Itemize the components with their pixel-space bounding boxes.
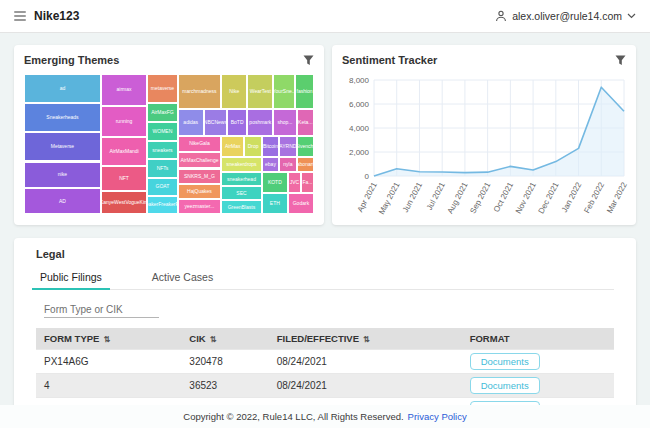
- column-header: FORM TYPE⇅: [36, 328, 181, 350]
- column-header: CIK⇅: [181, 328, 268, 350]
- svg-text:2,000: 2,000: [349, 148, 370, 157]
- sort-icon[interactable]: ⇅: [363, 335, 370, 344]
- dashboard-cards-row: Emerging Themes adSneakerheadsMetaversen…: [14, 45, 636, 225]
- tab-public-filings[interactable]: Public Filings: [36, 267, 106, 289]
- brand-title: Nike123: [34, 9, 79, 23]
- theme-tile[interactable]: AirMax: [221, 136, 244, 157]
- theme-tile[interactable]: AYRND: [279, 136, 296, 157]
- table-cell: 4: [36, 374, 181, 398]
- theme-tile[interactable]: BoTD: [227, 109, 247, 136]
- theme-tile[interactable]: sneakerhead: [221, 172, 262, 186]
- sentiment-line-chart: 02,0004,0006,0008,000Apr 2021May 2021Jun…: [338, 70, 630, 222]
- theme-tile[interactable]: YourSne...: [273, 74, 295, 109]
- table-cell: 320478: [181, 350, 268, 374]
- table-cell-format: Documents: [462, 374, 614, 398]
- svg-text:0: 0: [365, 172, 370, 181]
- svg-text:Apr 2021: Apr 2021: [356, 180, 379, 213]
- theme-tile[interactable]: NFTs: [147, 159, 177, 177]
- filter-icon[interactable]: [303, 55, 314, 66]
- theme-tile[interactable]: marchmadness: [178, 74, 222, 109]
- sort-icon[interactable]: ⇅: [103, 335, 110, 344]
- documents-button[interactable]: Documents: [470, 353, 540, 370]
- svg-text:6,000: 6,000: [349, 100, 370, 109]
- theme-tile[interactable]: Givenchy: [297, 136, 314, 157]
- theme-tile[interactable]: GreenBlasts: [221, 200, 262, 214]
- sentiment-tracker-title: Sentiment Tracker: [342, 54, 437, 66]
- column-header: FILED/EFFECTIVE⇅: [269, 328, 462, 350]
- menu-icon[interactable]: [14, 11, 26, 21]
- theme-tile[interactable]: poshmark: [247, 109, 273, 136]
- theme-tile[interactable]: ETH: [262, 193, 288, 214]
- theme-tile[interactable]: running: [101, 106, 147, 138]
- theme-tile[interactable]: AirMaxChallenge: [178, 152, 222, 168]
- theme-tile[interactable]: WOMEN: [147, 122, 177, 141]
- theme-tile[interactable]: Fa...: [301, 172, 314, 193]
- svg-text:Dec 2021: Dec 2021: [537, 180, 561, 215]
- theme-tile[interactable]: Metaverse: [24, 132, 101, 161]
- theme-tile[interactable]: ebay: [262, 157, 279, 172]
- theme-tile[interactable]: KanyeWestVogueKim: [101, 191, 147, 214]
- theme-tile[interactable]: KOTD: [262, 172, 288, 193]
- theme-tile[interactable]: Sneakerheads: [24, 103, 101, 132]
- svg-text:Aug 2021: Aug 2021: [446, 180, 470, 215]
- theme-tile[interactable]: WearTest: [247, 74, 273, 109]
- theme-tile[interactable]: GOAT: [147, 178, 177, 196]
- form-type-cik-input[interactable]: [44, 302, 159, 318]
- legal-panel: Legal Public FilingsActive Cases FORM TY…: [14, 238, 636, 409]
- theme-tile[interactable]: fashion: [295, 74, 314, 109]
- theme-tile[interactable]: abonart: [297, 157, 314, 172]
- sort-icon[interactable]: ⇅: [210, 335, 217, 344]
- top-header: Nike123 alex.oliver@rule14.com: [0, 0, 650, 33]
- theme-tile[interactable]: sneakerdrops: [221, 157, 262, 172]
- table-cell: 08/24/2021: [269, 374, 462, 398]
- theme-tile[interactable]: Bitcoin: [262, 136, 279, 157]
- theme-tile[interactable]: SneakerFreakerFam: [147, 196, 177, 214]
- user-icon: [495, 10, 507, 22]
- theme-tile[interactable]: airmax: [101, 74, 147, 106]
- filings-table-header-row: FORM TYPE⇅CIK⇅FILED/EFFECTIVE⇅FORMAT: [36, 328, 614, 350]
- theme-tile[interactable]: yeezmaster...: [178, 199, 222, 214]
- theme-tile[interactable]: ad: [24, 74, 101, 103]
- theme-tile[interactable]: NBCNews: [204, 109, 227, 136]
- table-cell-format: Documents: [462, 350, 614, 374]
- svg-text:4,000: 4,000: [349, 124, 370, 133]
- theme-tile[interactable]: SNKRS_M_G: [178, 169, 222, 184]
- theme-tile[interactable]: shop...: [273, 109, 296, 136]
- theme-tile[interactable]: AirMaxFG: [147, 103, 177, 123]
- theme-tile[interactable]: NikeGala: [178, 136, 222, 153]
- themes-treemap: adSneakerheadsMetaversenikeADairmaxrunni…: [24, 74, 314, 214]
- theme-tile[interactable]: adidas: [178, 109, 204, 136]
- theme-tile[interactable]: nyla: [279, 157, 296, 172]
- svg-text:Oct 2021: Oct 2021: [492, 180, 515, 213]
- theme-tile[interactable]: sneakers: [147, 141, 177, 159]
- svg-text:Sep 2021: Sep 2021: [468, 180, 492, 215]
- sentiment-tracker-panel: Sentiment Tracker 02,0004,0006,0008,000A…: [332, 45, 636, 225]
- table-cell: 08/24/2021: [269, 350, 462, 374]
- svg-text:Jan 2022: Jan 2022: [560, 180, 584, 214]
- theme-tile[interactable]: AD: [24, 188, 101, 214]
- documents-button[interactable]: Documents: [470, 377, 540, 394]
- user-menu[interactable]: alex.oliver@rule14.com: [495, 10, 636, 22]
- theme-tile[interactable]: Nike: [221, 74, 247, 109]
- svg-text:Mar 2022: Mar 2022: [605, 180, 629, 215]
- theme-tile[interactable]: Drop: [244, 136, 261, 157]
- theme-tile[interactable]: metaverse: [147, 74, 177, 103]
- theme-tile[interactable]: SEC: [221, 186, 262, 200]
- privacy-policy-link[interactable]: Privacy Policy: [408, 411, 467, 422]
- filter-icon[interactable]: [615, 55, 626, 66]
- svg-text:8,000: 8,000: [349, 76, 370, 85]
- theme-tile[interactable]: Keta...: [297, 109, 314, 136]
- svg-text:Jun 2021: Jun 2021: [401, 180, 425, 214]
- theme-tile[interactable]: NFT: [101, 166, 147, 191]
- user-email: alex.oliver@rule14.com: [512, 10, 622, 22]
- legal-title: Legal: [36, 248, 614, 260]
- theme-tile[interactable]: nike: [24, 162, 101, 189]
- page-footer: Copyright © 2022, Rule14 LLC, All Rights…: [0, 405, 650, 428]
- theme-tile[interactable]: HajQuakes: [178, 184, 222, 199]
- tab-active-cases[interactable]: Active Cases: [148, 267, 217, 289]
- svg-text:Jul 2021: Jul 2021: [425, 180, 447, 211]
- theme-tile[interactable]: AirMaxMandi: [101, 137, 147, 166]
- theme-tile[interactable]: Godark: [288, 193, 314, 214]
- table-row: PX14A6G32047808/24/2021Documents: [36, 350, 614, 374]
- theme-tile[interactable]: JVC: [288, 172, 301, 193]
